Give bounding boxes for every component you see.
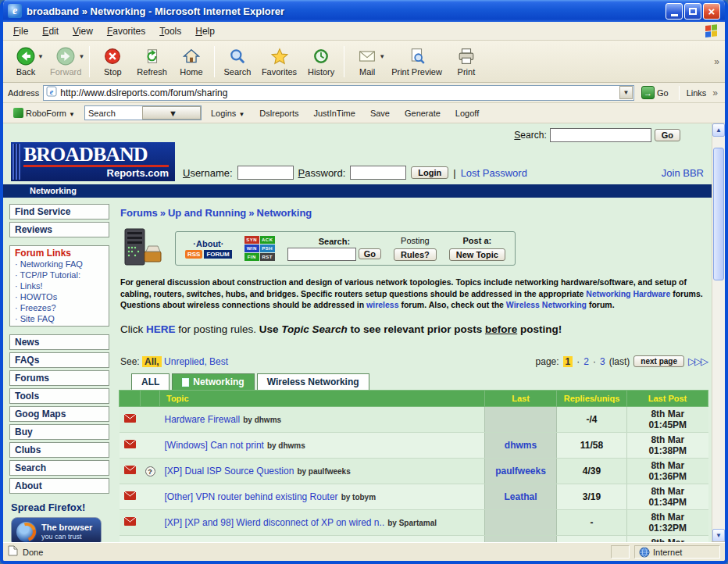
mail-dropdown-icon[interactable]: ▼ — [379, 53, 385, 60]
menu-favorites[interactable]: Favorites — [100, 23, 152, 39]
tab-all[interactable]: ALL — [131, 373, 170, 390]
rss-badge[interactable]: RSS — [185, 250, 202, 259]
next-page-button[interactable]: next page — [633, 355, 684, 367]
header-replies[interactable]: Replies/uniqs — [557, 391, 627, 407]
sidebar-item-search[interactable]: Search — [9, 460, 109, 476]
roboform-generate-button[interactable]: Generate — [399, 106, 446, 120]
forward-button[interactable]: ▼ Forward — [45, 45, 86, 79]
close-button[interactable]: × — [703, 3, 720, 20]
last-poster[interactable]: DaSneaky1D — [485, 536, 557, 542]
sidebar-item-forums[interactable]: Forums — [9, 370, 109, 386]
address-dropdown-button[interactable]: ▼ — [619, 86, 633, 99]
print-preview-button[interactable]: Print Preview — [387, 45, 447, 79]
toolbar-overflow-chevron[interactable]: » — [712, 56, 722, 67]
sidebar-link-site-faq[interactable]: · Site FAQ — [15, 313, 104, 324]
topic-link[interactable]: Hardware Firewall — [165, 414, 241, 425]
site-search-input[interactable] — [550, 128, 651, 142]
scrollbar-thumb[interactable] — [713, 148, 724, 280]
last-poster[interactable] — [485, 407, 557, 433]
sidebar-link-freezes[interactable]: · Freezes? — [15, 302, 104, 313]
username-input[interactable] — [237, 166, 294, 180]
about-link[interactable]: ·About· — [185, 239, 232, 248]
roboform-menu-button[interactable]: RoboForm ▼ — [8, 105, 80, 120]
sidebar-link-networking-faq[interactable]: · Networking FAQ — [15, 259, 104, 270]
scrollbar-up-button[interactable]: ▲ — [712, 123, 725, 137]
wireless-networking-link[interactable]: Wireless Networking — [506, 300, 587, 309]
links-label[interactable]: Links — [687, 88, 707, 98]
page-3-link[interactable]: 3 — [600, 356, 605, 367]
forward-dropdown-icon[interactable]: ▼ — [78, 53, 84, 60]
forum-search-go-button[interactable]: Go — [359, 248, 381, 259]
vertical-scrollbar[interactable]: ▲ ▼ — [712, 123, 725, 542]
fast-forward-arrows-icon[interactable]: ▷▷▷ — [688, 355, 707, 367]
back-button[interactable]: ▼ Back — [6, 45, 45, 79]
rules-button[interactable]: Rules? — [394, 248, 437, 261]
roboform-logoff-button[interactable]: Logoff — [450, 106, 484, 120]
sidebar-item-about[interactable]: About — [9, 478, 109, 494]
tab-wireless-networking[interactable]: Wireless Networking — [257, 373, 369, 390]
roboform-justintime-button[interactable]: JustInTime — [308, 106, 360, 120]
go-button[interactable]: → Go — [638, 85, 672, 100]
address-url[interactable]: http://www.dslreports.com/forum/sharing — [60, 87, 616, 98]
topic-link[interactable]: [Windows] Can not print — [165, 440, 264, 451]
sidebar-item-clubs[interactable]: Clubs — [9, 442, 109, 458]
header-last[interactable]: Last — [485, 391, 557, 407]
roboform-passcard-button[interactable]: Dslreports — [254, 106, 304, 120]
maximize-button[interactable] — [684, 3, 701, 20]
menu-view[interactable]: View — [66, 23, 100, 39]
sidebar-item-faqs[interactable]: FAQs — [9, 352, 109, 368]
home-button[interactable]: Home — [172, 45, 211, 79]
here-link[interactable]: HERE — [146, 323, 176, 335]
filter-all[interactable]: All, — [142, 356, 162, 367]
roboform-search-combo[interactable]: Search ▼ — [84, 105, 202, 120]
new-topic-button[interactable]: New Topic — [449, 248, 505, 261]
minimize-button[interactable] — [666, 3, 683, 20]
back-dropdown-icon[interactable]: ▼ — [37, 53, 44, 60]
sidebar-link-links[interactable]: · Links! — [15, 280, 104, 291]
roboform-logins-button[interactable]: Logins ▼ — [205, 106, 250, 120]
menu-tools[interactable]: Tools — [152, 23, 188, 39]
print-button[interactable]: Print — [447, 45, 486, 79]
address-input[interactable]: e http://www.dslreports.com/forum/sharin… — [43, 85, 634, 101]
roboform-save-button[interactable]: Save — [365, 106, 395, 120]
login-button[interactable]: Login — [411, 166, 448, 179]
password-input[interactable] — [350, 166, 406, 180]
topic-link[interactable]: [XP] [XP and 98] Wierd disconnect of XP … — [165, 517, 385, 528]
header-last-post[interactable]: Last Post — [627, 391, 708, 407]
menu-edit[interactable]: Edit — [35, 23, 66, 39]
scrollbar-down-button[interactable]: ▼ — [712, 529, 725, 542]
lost-password-link[interactable]: Lost Password — [461, 167, 527, 179]
filter-unreplied-best[interactable]: Unreplied, Best — [164, 356, 228, 367]
sidebar-item-find-service[interactable]: Find Service — [9, 204, 109, 220]
last-poster[interactable] — [485, 510, 557, 536]
refresh-button[interactable]: Refresh — [132, 45, 172, 79]
sidebar-item-tools[interactable]: Tools — [9, 388, 109, 404]
mail-button[interactable]: ▼ Mail — [348, 45, 387, 79]
breadcrumb-forums[interactable]: Forums — [120, 207, 158, 219]
title-bar[interactable]: e broadband » Networking - Microsoft Int… — [3, 0, 725, 22]
scrollbar-track[interactable] — [712, 137, 725, 529]
topic-link[interactable]: [XP] Dual ISP Source Question — [165, 466, 294, 477]
menu-file[interactable]: File — [6, 23, 35, 39]
topic-link[interactable]: [Other] VPN router behind existing Route… — [165, 491, 338, 502]
sidebar-link-tcpip-tutorial[interactable]: · TCP/IP Tutorial: — [15, 270, 104, 280]
sidebar-item-news[interactable]: News — [9, 334, 109, 350]
sidebar-link-howtos[interactable]: · HOWTOs — [15, 291, 104, 302]
networking-hardware-link[interactable]: Networking Hardware — [586, 289, 670, 298]
favorites-button[interactable]: Favorites — [257, 45, 302, 79]
tab-networking[interactable]: Networking — [172, 373, 254, 390]
header-topic[interactable]: Topic — [160, 391, 485, 407]
last-poster[interactable]: Leathal — [485, 484, 557, 510]
firefox-badge[interactable]: The browser you can trust — [11, 517, 102, 542]
stop-button[interactable]: Stop — [93, 45, 132, 79]
broadband-reports-logo[interactable]: BROADBAND Reports.com — [11, 142, 175, 181]
forum-search-input[interactable] — [287, 248, 356, 261]
site-search-go-button[interactable]: Go — [655, 129, 680, 141]
sidebar-item-reviews[interactable]: Reviews — [9, 222, 109, 237]
sidebar-item-buy[interactable]: Buy — [9, 424, 109, 440]
menu-help[interactable]: Help — [188, 23, 222, 39]
sidebar-item-goog-maps[interactable]: Goog Maps — [9, 406, 109, 422]
breadcrumb-networking[interactable]: Networking — [257, 207, 312, 219]
last-poster[interactable]: dhwms — [485, 433, 557, 459]
page-2-link[interactable]: 2 — [583, 356, 589, 367]
